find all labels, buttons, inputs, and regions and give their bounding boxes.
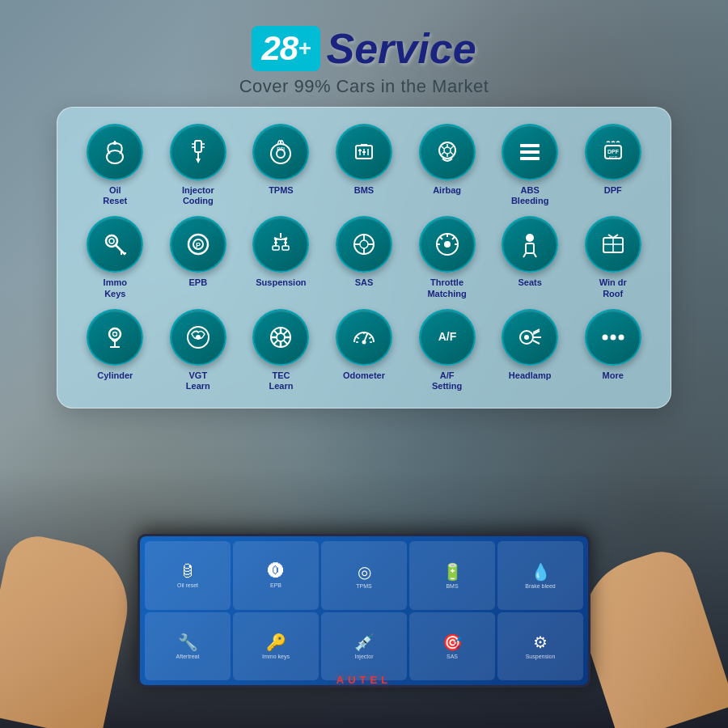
svg-line-62	[452, 237, 455, 239]
more-label: More	[603, 370, 624, 381]
tablet-tpms-label: TPMS	[356, 583, 371, 589]
more-icon-circle	[585, 309, 641, 366]
svg-rect-2	[195, 141, 201, 152]
service-item-headlamp[interactable]: Headlamp	[492, 309, 569, 392]
svg-rect-67	[526, 243, 534, 253]
vgt-learn-icon-circle	[170, 309, 226, 366]
service-item-oil-reset[interactable]: OilReset	[77, 124, 154, 206]
af-setting-label: A/FSetting	[432, 370, 462, 392]
service-grid: OilReset InjectorCoding	[77, 124, 651, 392]
tablet-icon-sas: 🎯SAS	[409, 612, 495, 681]
service-item-odometer[interactable]: Odometer	[326, 309, 403, 392]
service-item-vgt-learn[interactable]: VGTLearn	[160, 309, 237, 392]
tablet-icon-injector: 💉Injector	[321, 612, 407, 681]
plus-sign: +	[298, 36, 310, 61]
service-item-dpf[interactable]: DPF SCR DPF	[574, 124, 651, 206]
headlamp-label: Headlamp	[509, 370, 552, 381]
service-item-bms[interactable]: BMS	[326, 124, 403, 206]
bms-icon	[349, 138, 379, 167]
tablet-screen: 🛢Oil reset ⓿EPB ◎TPMS 🔋BMS 💧Brake bleed …	[140, 536, 588, 685]
tablet-icon-after: 🔧Aftertreat	[145, 612, 231, 681]
svg-line-69	[534, 253, 536, 257]
number-badge: 28 +	[252, 26, 320, 71]
seats-icon	[515, 230, 544, 259]
odometer-icon	[349, 323, 379, 352]
airbag-icon-circle	[419, 124, 476, 180]
service-item-suspension[interactable]: Suspension	[243, 216, 320, 298]
dpf-icon: DPF SCR	[599, 138, 628, 167]
tablet-icon-oil: 🛢Oil reset	[145, 541, 231, 610]
cylinder-label: Cylinder	[97, 370, 133, 381]
svg-line-89	[284, 330, 288, 334]
oil-reset-icon-circle	[87, 124, 143, 180]
title-row: 28 + Service	[239, 24, 489, 73]
svg-rect-47	[273, 246, 279, 250]
svg-line-26	[451, 152, 453, 154]
svg-line-29	[442, 146, 444, 149]
service-item-throttle-matching[interactable]: ThrottleMatching	[408, 216, 485, 298]
service-item-cylinder[interactable]: Cylinder	[77, 309, 154, 392]
cylinder-icon	[100, 323, 129, 352]
header: 28 + Service Cover 99% Cars in the Marke…	[239, 24, 489, 97]
af-icon: A/F	[433, 323, 462, 352]
service-item-abs-bleeding[interactable]: ABSBleeding	[492, 124, 569, 206]
tablet-icon-immo: 🔑Immo keys	[233, 612, 319, 681]
bms-label: BMS	[354, 185, 374, 196]
service-item-airbag[interactable]: Airbag	[408, 124, 485, 206]
svg-marker-4	[196, 159, 201, 163]
svg-line-87	[274, 330, 278, 334]
service-item-tpms[interactable]: PSI TPMS	[243, 124, 320, 206]
tablet-susp-label: Suspension	[526, 654, 556, 659]
service-label: Service	[327, 24, 476, 73]
svg-point-54	[360, 240, 368, 248]
tablet-brake-label: Brake bleed	[525, 583, 555, 589]
service-item-af-setting[interactable]: A/F A/FSetting	[408, 309, 485, 392]
throttle-matching-label: ThrottleMatching	[427, 277, 466, 298]
svg-text:DPF: DPF	[607, 149, 620, 154]
service-item-more[interactable]: More	[574, 309, 651, 392]
service-item-epb[interactable]: P EPB	[160, 216, 237, 298]
tec-learn-label: TECLearn	[269, 370, 293, 392]
immo-keys-icon-circle	[87, 216, 143, 273]
svg-point-75	[109, 328, 121, 340]
dpf-label: DPF	[604, 185, 622, 196]
service-item-immo-keys[interactable]: ImmoKeys	[77, 216, 154, 298]
seats-label: Seats	[518, 277, 541, 288]
window-roof-icon-circle	[585, 216, 641, 273]
seats-icon-circle	[502, 216, 558, 273]
abs-icon	[515, 138, 544, 167]
bms-icon-circle	[336, 124, 392, 180]
main-content: 28 + Service Cover 99% Cars in the Marke…	[0, 0, 728, 408]
abs-bleeding-label: ABSBleeding	[511, 185, 548, 206]
svg-rect-15	[361, 144, 364, 146]
cylinder-icon-circle	[87, 309, 143, 366]
tpms-icon-circle: PSI	[252, 124, 309, 180]
epb-label: EPB	[189, 277, 208, 288]
svg-point-60	[444, 241, 451, 248]
throttle-matching-icon-circle	[419, 216, 476, 273]
tpms-label: TPMS	[269, 185, 294, 196]
sas-icon	[349, 230, 379, 259]
svg-line-65	[440, 237, 442, 239]
svg-rect-16	[364, 144, 367, 146]
autel-logo: AUTEL	[336, 674, 392, 686]
window-icon	[599, 230, 628, 259]
tablet-icon-brake: 💧Brake bleed	[497, 541, 583, 610]
service-item-sas[interactable]: SAS	[326, 216, 403, 298]
service-item-tec-learn[interactable]: TECLearn	[243, 309, 320, 392]
svg-point-80	[196, 335, 201, 340]
tablet-device: 🛢Oil reset ⓿EPB ◎TPMS 🔋BMS 💧Brake bleed …	[138, 534, 590, 688]
service-item-seats[interactable]: Seats	[492, 216, 569, 298]
immo-icon	[100, 230, 129, 259]
service-item-injector-coding[interactable]: InjectorCoding	[160, 124, 237, 206]
svg-line-96	[369, 337, 371, 339]
af-setting-icon-circle: A/F	[419, 309, 476, 366]
injector-coding-label: InjectorCoding	[182, 185, 214, 206]
number-text: 28	[261, 29, 298, 68]
svg-line-28	[442, 152, 444, 154]
service-item-window-roof[interactable]: Win drRoof	[574, 216, 651, 298]
tec-learn-icon-circle	[252, 309, 309, 366]
svg-line-102	[533, 341, 540, 344]
svg-point-23	[444, 147, 451, 154]
epb-icon: P	[184, 230, 213, 259]
